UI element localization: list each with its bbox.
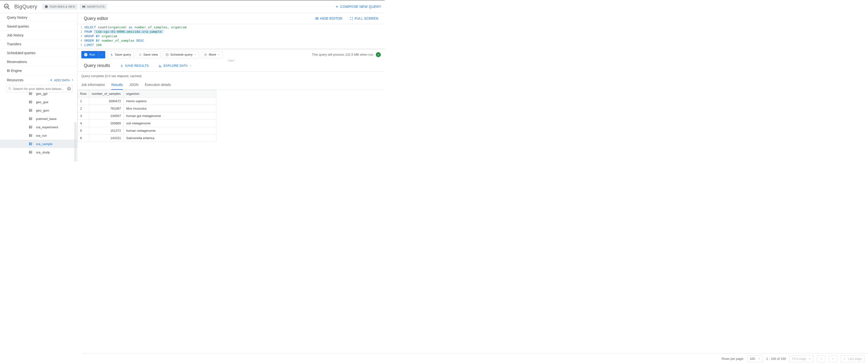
line-number: 3 — [78, 34, 84, 38]
svg-rect-48 — [29, 151, 32, 153]
svg-rect-20 — [29, 92, 32, 95]
sidebar-nav-item[interactable]: Reservations — [0, 57, 77, 66]
run-dropdown[interactable] — [99, 54, 105, 56]
svg-point-18 — [9, 88, 10, 89]
svg-point-65 — [205, 54, 206, 55]
table-icon — [29, 92, 33, 95]
table-row[interactable]: 2761087Mus musculus — [78, 105, 216, 112]
row-index: 3 — [78, 112, 89, 120]
table-icon — [29, 100, 33, 104]
table-icon — [29, 142, 33, 145]
tree-item-label: sra_sample — [36, 142, 53, 146]
cell-number-of-samples: 151372 — [89, 127, 124, 134]
save-view-button[interactable]: Save view — [136, 51, 161, 58]
table-tree-item[interactable]: sra_sample — [0, 140, 77, 148]
table-tree-item[interactable]: sra_experiment — [0, 123, 77, 131]
fullscreen-button[interactable]: FULL SCREEN — [350, 16, 378, 21]
svg-rect-36 — [29, 126, 32, 128]
table-tree-item[interactable]: geo_gsm — [0, 106, 77, 114]
resource-search-box[interactable]: ? — [6, 85, 73, 92]
add-data-label: ADD DATA — [54, 78, 70, 82]
row-index: 1 — [78, 98, 89, 105]
line-number: 5 — [78, 43, 84, 47]
table-row[interactable]: 4200665soil metagenome — [78, 120, 216, 127]
hide-editor-button[interactable]: HIDE EDITOR — [315, 16, 342, 21]
query-complete-status: Query complete (0.0 sec elapsed, cached) — [78, 72, 385, 80]
table-row[interactable]: 11690472Homo sapiens — [78, 98, 216, 105]
row-index: 4 — [78, 120, 89, 127]
search-icon — [8, 87, 11, 90]
svg-rect-10 — [83, 6, 84, 6]
results-tab[interactable]: JSON — [129, 80, 138, 90]
explore-data-button[interactable]: EXPLORE DATA — [158, 64, 191, 67]
chart-icon — [158, 64, 162, 67]
cell-organism: Homo sapiens — [124, 98, 216, 105]
add-data-button[interactable]: ADD DATA — [50, 78, 74, 82]
save-query-label: Save query — [115, 53, 131, 56]
sql-editor[interactable]: 1SELECT count(organism) as number_of_sam… — [78, 24, 385, 49]
schedule-query-button[interactable]: Schedule query — [163, 51, 199, 58]
schedule-label: Schedule query — [170, 53, 192, 56]
sidebar-nav-item[interactable]: Scheduled queries — [0, 48, 77, 57]
cell-organism: human gut metagenome — [124, 112, 216, 120]
svg-line-19 — [10, 89, 11, 90]
editor-toolbar: Run Save query Save view Schedule que — [78, 49, 385, 60]
search-input[interactable] — [13, 87, 66, 91]
svg-point-60 — [141, 55, 141, 55]
svg-rect-32 — [29, 118, 32, 120]
table-icon — [29, 109, 33, 112]
save-results-label: SAVE RESULTS — [125, 64, 149, 67]
query-cost-status: This query will process 132.5 MB when ru… — [312, 53, 374, 56]
help-icon[interactable]: ? — [67, 87, 71, 91]
bigquery-logo-icon — [3, 3, 10, 10]
table-tree-item[interactable]: sra_study — [0, 148, 77, 156]
run-button[interactable]: Run — [81, 51, 105, 58]
column-header: Row — [78, 90, 89, 98]
main-panel: Query editor HIDE EDITOR FULL SCREEN 1SE… — [78, 13, 385, 162]
cell-number-of-samples: 1690472 — [89, 98, 124, 105]
save-query-button[interactable]: Save query — [107, 51, 134, 58]
resize-handle[interactable] — [227, 59, 235, 62]
download-icon — [120, 64, 123, 67]
table-tree-item[interactable]: pubmed_basic — [0, 114, 77, 123]
cell-number-of-samples: 234557 — [89, 112, 124, 120]
sidebar-nav-item[interactable]: BI Engine — [0, 66, 77, 75]
cell-number-of-samples: 143151 — [89, 134, 124, 142]
results-table-wrap: Rownumber_of_samplesorganism 11690472Hom… — [78, 90, 385, 162]
results-tab[interactable]: Results — [112, 80, 123, 90]
sidebar-nav-item[interactable]: Transfers — [0, 40, 77, 48]
row-index: 5 — [78, 127, 89, 134]
compose-label: COMPOSE NEW QUERY — [340, 5, 381, 9]
tree-item-label: sra_experiment — [36, 125, 58, 129]
table-row[interactable]: 3234557human gut metagenome — [78, 112, 216, 120]
collapse-icon — [315, 17, 319, 20]
svg-rect-44 — [29, 142, 32, 145]
scrollbar-thumb[interactable] — [74, 122, 76, 162]
svg-rect-24 — [29, 101, 32, 103]
features-info-button[interactable]: FEATURES & INFO — [42, 4, 78, 10]
grid-icon — [138, 53, 142, 56]
tree-item-label: sra_run — [36, 134, 47, 137]
table-icon — [29, 125, 33, 129]
sidebar-nav-item[interactable]: Job history — [0, 31, 77, 40]
more-button[interactable]: More — [201, 51, 223, 58]
table-icon — [29, 134, 33, 137]
save-results-button[interactable]: SAVE RESULTS — [120, 64, 149, 67]
results-tab[interactable]: Execution details — [145, 80, 171, 90]
results-tab[interactable]: Job information — [81, 80, 105, 90]
hide-editor-label: HIDE EDITOR — [320, 16, 342, 21]
sidebar-nav-item[interactable]: Saved queries — [0, 22, 77, 31]
resources-label: Resources — [7, 78, 23, 82]
table-row[interactable]: 6143151Salmonella enterica — [78, 134, 216, 142]
table-tree-item[interactable]: geo_gpl — [0, 92, 77, 98]
table-tree-item[interactable]: sra_run — [0, 131, 77, 140]
svg-line-1 — [8, 8, 10, 9]
cell-organism: soil metagenome — [124, 120, 216, 127]
svg-point-55 — [139, 54, 140, 54]
download-icon — [110, 53, 113, 56]
table-tree-item[interactable]: geo_gse — [0, 98, 77, 106]
sidebar-nav-item[interactable]: Query history — [0, 13, 77, 22]
shortcuts-button[interactable]: SHORTCUTS — [80, 4, 107, 10]
compose-new-query-button[interactable]: COMPOSE NEW QUERY — [335, 5, 381, 9]
table-row[interactable]: 5151372human metagenome — [78, 127, 216, 134]
